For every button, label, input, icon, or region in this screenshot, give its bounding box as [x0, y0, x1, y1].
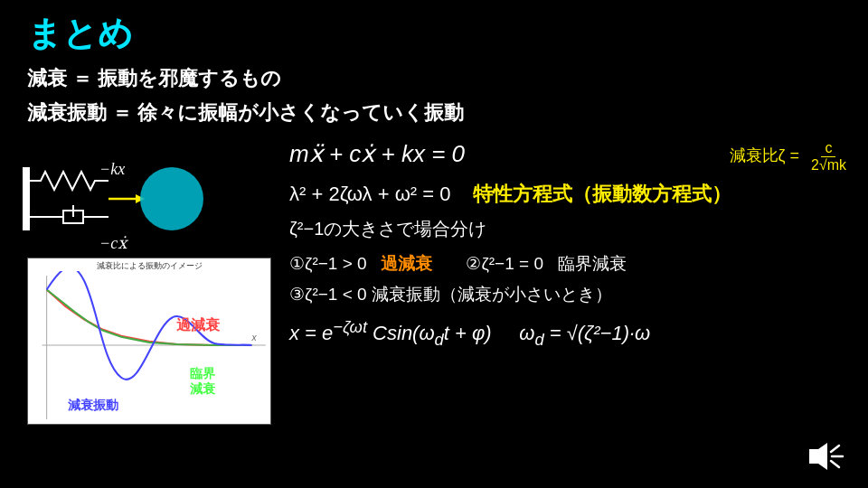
final-equation: x = e−ζωt Csin(ωdt + φ) ωd = √(ζ²−1)·ω	[289, 317, 850, 350]
graph-svg: x	[28, 271, 270, 424]
label-overdamped: 過減衰	[176, 316, 220, 335]
svg-text:x: x	[250, 333, 257, 343]
damping-graph: 減衰比による振動のイメージ x	[27, 258, 271, 425]
svg-point-14	[140, 167, 203, 230]
svg-text:−cẋ: −cẋ	[99, 234, 128, 252]
svg-rect-0	[23, 167, 30, 230]
svg-line-24	[831, 461, 839, 467]
page-title: まとめ	[27, 11, 133, 57]
svg-rect-17	[28, 271, 270, 424]
speaker-icon	[805, 438, 845, 474]
label-critical: 臨界減衰	[190, 366, 215, 397]
case1-label: 過減衰	[381, 254, 432, 273]
line1-text: 減衰 ＝ 振動を邪魔するもの	[27, 65, 281, 92]
svg-text:−kx: −kx	[99, 160, 125, 178]
lambda-equation: λ² + 2ζωλ + ω² = 0 特性方程式（振動数方程式）	[289, 181, 850, 208]
cases-1-2: ①ζ²−1 > 0 過減衰 ②ζ²−1 = 0 臨界減衰	[289, 252, 850, 276]
label-underdamped: 減衰振動	[68, 398, 118, 414]
main-equation: mẍ + cẋ + kx = 0	[289, 140, 850, 168]
svg-line-22	[831, 446, 839, 452]
lambda-label: 特性方程式（振動数方程式）	[473, 183, 731, 205]
spring-mass-diagram: −kx −cẋ	[23, 158, 258, 258]
equations-area: mẍ + cẋ + kx = 0 λ² + 2ζωλ + ω² = 0 特性方程…	[289, 140, 850, 350]
svg-marker-21	[809, 443, 827, 470]
line2-text: 減衰振動 ＝ 徐々に振幅が小さくなっていく振動	[27, 99, 464, 127]
zeta-condition: ζ²−1の大きさで場合分け	[289, 217, 850, 241]
case3: ③ζ²−1 < 0 減衰振動（減衰が小さいとき）	[289, 283, 850, 306]
